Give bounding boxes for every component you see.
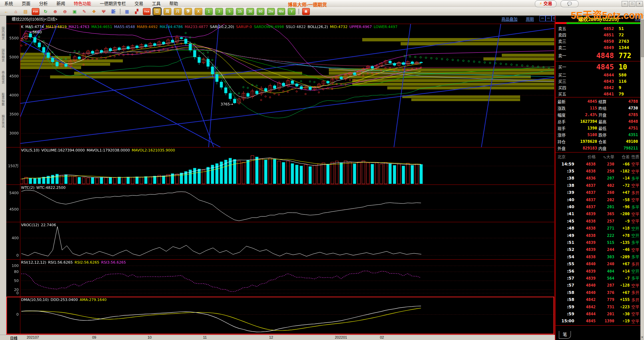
ask-row-1[interactable]: 卖一4848772 xyxy=(556,51,641,60)
period-30min-button[interactable]: 30 xyxy=(246,8,254,15)
home-button[interactable]: ⌂ xyxy=(12,8,19,15)
ask-row-3[interactable]: 卖三48502763 xyxy=(556,38,641,44)
period-day-button[interactable]: 日 xyxy=(153,8,161,15)
stat-label: 最高 xyxy=(599,119,613,124)
overlay-link[interactable]: 商品叠加 xyxy=(501,16,517,22)
trade-button[interactable]: ⚡ 交易 xyxy=(535,0,557,7)
period-5min-button[interactable]: 5 xyxy=(226,8,233,15)
menu-系统[interactable]: 系统 xyxy=(0,0,17,7)
alert-button[interactable]: ❖ xyxy=(90,8,97,15)
sidebar-item-1[interactable]: 国际期货 xyxy=(1,49,5,62)
sidebar-item-0[interactable]: 国内期货 xyxy=(1,27,5,40)
stat-value: 5108 xyxy=(572,132,599,137)
scroll-down-icon[interactable]: ▼ xyxy=(641,336,644,340)
period-year-button[interactable]: Y xyxy=(288,8,295,15)
left-sidebar[interactable]: 国内期货国际期货商品现货股票指数期货资讯 xyxy=(0,15,6,340)
period-60min-button[interactable]: 60 xyxy=(257,8,264,15)
menu-交易[interactable]: 交易 xyxy=(130,0,148,7)
trade-time: 15:00 xyxy=(558,319,574,323)
whats-new-button[interactable]: 新 xyxy=(110,8,117,15)
menu-特色功能[interactable]: 特色功能 xyxy=(69,0,95,7)
scrollbar-thumb[interactable] xyxy=(641,20,644,57)
period-link[interactable]: 周期 xyxy=(526,16,534,22)
refresh-button[interactable]: ↻ xyxy=(42,8,49,15)
stat-value: 4751 xyxy=(613,126,640,130)
stat-label: 持仓 xyxy=(558,139,572,144)
trade-oi-diff: +47 xyxy=(614,190,630,195)
trade-bigvol: 244 xyxy=(596,247,614,252)
zoom-in-button[interactable]: ⊕ xyxy=(52,8,59,15)
trade-bigvol: 222 xyxy=(596,233,614,238)
draw-mode-button[interactable]: 画 xyxy=(302,8,310,15)
filter-button[interactable]: Ψ xyxy=(100,8,107,15)
ask-row-2[interactable]: 卖二48491344 xyxy=(556,44,641,51)
trade-bigvol: 564 xyxy=(596,276,614,281)
chart-canvas[interactable] xyxy=(0,0,644,340)
menu-工具[interactable]: 工具 xyxy=(148,0,165,7)
menu-分析[interactable]: 分析 xyxy=(35,0,52,7)
bid-row-4[interactable]: 买四48429 xyxy=(556,84,641,91)
trade-bigvol: 201 xyxy=(596,312,614,316)
sidebar-item-4[interactable]: 期货资讯 xyxy=(1,115,5,128)
menu-页面[interactable]: 页面 xyxy=(17,0,35,7)
bid-row-2[interactable]: 买二4844580 xyxy=(556,72,641,78)
period-x-button[interactable]: X xyxy=(195,8,202,15)
close-button[interactable]: × xyxy=(636,1,643,7)
indicator-value: SARDOWN:4998 xyxy=(254,25,285,29)
period-3min-button[interactable]: 3 xyxy=(215,8,223,15)
menu-新闻[interactable]: 新闻 xyxy=(52,0,69,7)
f10-info-button[interactable]: F10 xyxy=(32,8,39,15)
timeline-view-button[interactable]: ▞ xyxy=(133,8,140,15)
period-4hr-button[interactable]: 4hr xyxy=(277,8,285,15)
ask-row-5[interactable]: 卖五485251 xyxy=(556,25,641,32)
period-1min-button[interactable]: 1 xyxy=(205,8,213,15)
menu-一德期货专栏[interactable]: 一德期货专栏 xyxy=(95,0,130,7)
back-button[interactable]: ← xyxy=(3,8,10,15)
x-axis-tick: 11 xyxy=(203,335,207,339)
period-15min-button[interactable]: 15 xyxy=(236,8,244,15)
bid-row-1[interactable]: 买一484510 xyxy=(556,62,641,72)
lightning-icon: ⚡ xyxy=(539,1,542,6)
trade-nature: 空平 xyxy=(630,218,639,224)
trade-bigvol: 287 xyxy=(596,283,614,288)
sidebar-item-3[interactable]: 股票指数 xyxy=(1,93,5,106)
trade-oi-diff: -66 xyxy=(614,162,630,166)
bid-row-5[interactable]: 买五484179 xyxy=(556,91,641,97)
trade-bigvol: 201 xyxy=(596,205,614,209)
period-week-button[interactable]: 周 xyxy=(164,8,171,15)
stat-row: 外盘829183内盘798211 xyxy=(558,145,639,151)
nav-left-icon[interactable]: ⇦ xyxy=(540,16,546,21)
nav-right-icon[interactable]: ⇨ xyxy=(546,16,552,21)
draw-pencil-button[interactable]: ✎ xyxy=(81,8,88,15)
stat-label: 现手 xyxy=(558,125,572,131)
news-button[interactable]: ▤ xyxy=(22,8,29,15)
trade-oi-diff: -58 xyxy=(614,198,630,202)
menu-帮助[interactable]: 帮助 xyxy=(165,0,182,7)
period-tick-button[interactable]: Tick xyxy=(143,8,151,15)
depth-price: 4842 xyxy=(574,85,614,90)
vertical-scrollbar[interactable]: ▲ ▼ xyxy=(640,15,644,340)
minimize-button[interactable]: – xyxy=(622,1,628,7)
table-view-button[interactable]: ▦ xyxy=(124,8,131,15)
sidebar-item-2[interactable]: 商品现货 xyxy=(1,71,5,84)
trade-nature: 空开 xyxy=(630,226,639,231)
indicator-value: MA21:4763 xyxy=(68,25,90,29)
trade-price: 4840 xyxy=(574,290,596,295)
maximize-button[interactable]: □ xyxy=(629,1,635,7)
ask-row-4[interactable]: 卖四485172 xyxy=(556,32,641,38)
buy-sell-ratio-bar xyxy=(556,22,641,24)
bid-row-3[interactable]: 买三4843116 xyxy=(556,78,641,84)
trade-nature: 空平 xyxy=(630,283,639,288)
period-2hr-button[interactable]: 2hr xyxy=(267,8,275,15)
zoom-out-button[interactable]: ⊖ xyxy=(61,8,68,15)
chat-button[interactable]: 💬 xyxy=(561,0,579,7)
stats-grid: 最新4845结算4788涨跌115昨结4730幅度2.43%开盘4785总手16… xyxy=(556,97,641,152)
overlay-compare-button[interactable]: ▣ xyxy=(71,8,78,15)
watermark: 5E天资5etz.com xyxy=(571,7,643,21)
trade-nature: 空平 xyxy=(630,247,639,253)
tab-bi[interactable]: 笔 xyxy=(559,331,571,339)
trade-oi-diff: -14 xyxy=(614,176,630,181)
trade-nature: 空平 xyxy=(630,183,639,188)
period-month-button[interactable]: 月 xyxy=(174,8,182,15)
period-season-button[interactable]: 季 xyxy=(184,8,192,15)
